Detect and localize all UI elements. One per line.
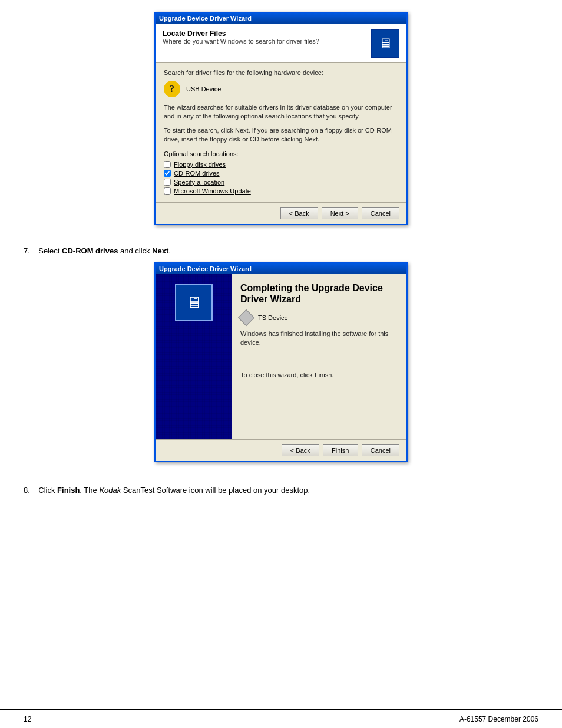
device-row: ? USB Device bbox=[164, 81, 398, 97]
computer-icon: 🖥 bbox=[378, 35, 392, 52]
step7-number: 7. bbox=[24, 246, 30, 255]
question-icon: ? bbox=[164, 81, 180, 97]
step8-text-middle: . The bbox=[80, 486, 99, 495]
document-id: A-61557 December 2006 bbox=[459, 715, 538, 723]
checkbox-winupdate-label: Microsoft Windows Update bbox=[174, 187, 251, 195]
wizard-icon-box: 🖥 bbox=[175, 284, 213, 321]
step7-bold-text: CD-ROM drives bbox=[62, 246, 118, 255]
dialog2-titlebar-text: Upgrade Device Driver Wizard bbox=[159, 265, 403, 272]
page-content: Upgrade Device Driver Wizard Locate Driv… bbox=[0, 0, 562, 525]
checkbox-location-input[interactable] bbox=[164, 179, 171, 186]
ts-device-label: TS Device bbox=[258, 314, 288, 321]
dialog1-titlebar: Upgrade Device Driver Wizard bbox=[156, 13, 406, 24]
completing-title: Completing the Upgrade Device Driver Wiz… bbox=[240, 282, 398, 305]
dialog2-right: Completing the Upgrade Device Driver Wiz… bbox=[232, 274, 406, 439]
optional-label: Optional search locations: bbox=[164, 150, 398, 157]
back-button-2[interactable]: < Back bbox=[282, 444, 319, 456]
completing-title-line1: Completing the Upgrade Device bbox=[240, 283, 383, 293]
wizard-icon: 🖥 bbox=[186, 292, 202, 312]
dialog1-header-text: Locate Driver Files Where do you want Wi… bbox=[163, 29, 319, 45]
dialog1-description: Search for driver files for the followin… bbox=[164, 69, 398, 76]
step8-bold-finish: Finish bbox=[57, 486, 80, 495]
next-button-1[interactable]: Next > bbox=[322, 207, 358, 219]
page-footer: 12 A-61557 December 2006 bbox=[0, 709, 562, 728]
finish-info: Windows has finished installing the soft… bbox=[240, 330, 398, 348]
step8-text-before: Click bbox=[38, 486, 57, 495]
dialog1-header-icon: 🖥 bbox=[371, 29, 399, 58]
dialog1-header: Locate Driver Files Where do you want Wi… bbox=[156, 24, 406, 63]
step8-italic-kodak: Kodak bbox=[99, 486, 121, 495]
ts-device-row: TS Device bbox=[240, 312, 398, 324]
step8-text-end: ScanTest Software icon will be placed on… bbox=[121, 486, 310, 495]
back-button-1[interactable]: < Back bbox=[280, 207, 318, 219]
dialog1-titlebar-text: Upgrade Device Driver Wizard bbox=[159, 15, 403, 22]
step7-text-before: Select bbox=[38, 246, 62, 255]
checkbox-location[interactable]: Specify a location bbox=[164, 179, 398, 186]
step7-instruction: 7. Select CD-ROM drives and click Next. bbox=[24, 242, 538, 262]
checkbox-cdrom-input[interactable] bbox=[164, 170, 171, 177]
checkbox-winupdate-input[interactable] bbox=[164, 187, 171, 195]
dialog1-header-title: Locate Driver Files bbox=[163, 29, 319, 38]
page-number: 12 bbox=[24, 715, 31, 723]
checkbox-floppy-label: Floppy disk drives bbox=[174, 161, 226, 168]
dialog2-left-panel: 🖥 bbox=[156, 274, 232, 439]
step7-period: . bbox=[168, 246, 171, 255]
step7-bold-next: Next bbox=[152, 246, 168, 255]
device-name: USB Device bbox=[186, 85, 221, 93]
dialog1-content: Search for driver files for the followin… bbox=[156, 63, 406, 202]
diamond-icon bbox=[238, 309, 254, 326]
checkbox-winupdate[interactable]: Microsoft Windows Update bbox=[164, 187, 398, 195]
dialog1-header-subtitle: Where do you want Windows to search for … bbox=[163, 38, 319, 45]
checkbox-cdrom-label: CD-ROM drives bbox=[174, 170, 220, 177]
finish-button[interactable]: Finish bbox=[323, 444, 358, 456]
checkbox-cdrom[interactable]: CD-ROM drives bbox=[164, 170, 398, 177]
step8-number: 8. bbox=[24, 486, 30, 495]
checkbox-location-label: Specify a location bbox=[174, 179, 224, 186]
checkbox-floppy-input[interactable] bbox=[164, 161, 171, 168]
checkbox-floppy[interactable]: Floppy disk drives bbox=[164, 161, 398, 168]
step7-text-after: and click bbox=[118, 246, 152, 255]
dialog1-wrapper: Upgrade Device Driver Wizard Locate Driv… bbox=[24, 12, 538, 225]
dialog2-body: 🖥 Completing the Upgrade Device Driver W… bbox=[156, 274, 406, 439]
cancel-button-2[interactable]: Cancel bbox=[362, 444, 399, 456]
wizard-icon-container: 🖥 bbox=[156, 274, 232, 321]
dialog2: Upgrade Device Driver Wizard 🖥 Completin… bbox=[154, 262, 408, 462]
dialog2-wrapper: Upgrade Device Driver Wizard 🖥 Completin… bbox=[24, 262, 538, 462]
completing-title-line2: Driver Wizard bbox=[240, 294, 301, 304]
search-note: To start the search, click Next. If you … bbox=[164, 126, 398, 144]
dialog1-footer: < Back Next > Cancel bbox=[156, 202, 406, 224]
dialog2-footer: < Back Finish Cancel bbox=[156, 439, 406, 461]
cancel-button-1[interactable]: Cancel bbox=[362, 207, 399, 219]
dialog2-titlebar: Upgrade Device Driver Wizard bbox=[156, 263, 406, 274]
close-info: To close this wizard, click Finish. bbox=[240, 371, 398, 378]
step8-instruction: 8. Click Finish. The Kodak ScanTest Soft… bbox=[24, 479, 538, 502]
dialog1: Upgrade Device Driver Wizard Locate Driv… bbox=[154, 12, 408, 225]
search-info: The wizard searches for suitable drivers… bbox=[164, 103, 398, 121]
